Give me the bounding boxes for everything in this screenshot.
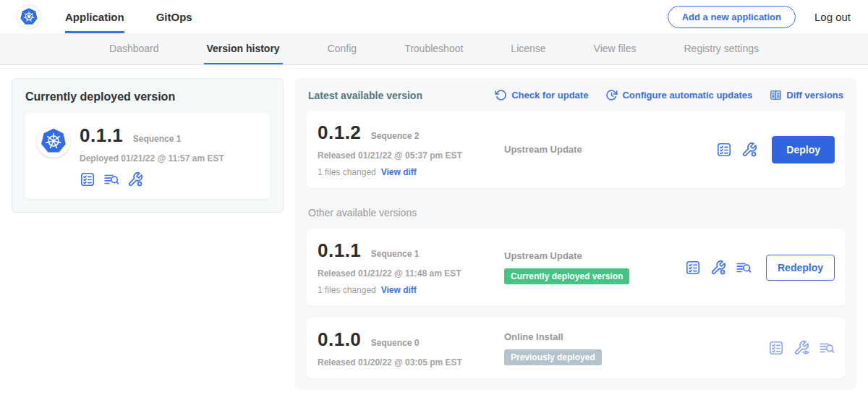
version-row-0-1-1: 0.1.1 Sequence 1 Released 01/21/22 @ 11:… [307, 229, 845, 306]
sequence-label: Sequence 0 [371, 338, 420, 348]
version-source: Online Install [504, 331, 768, 342]
version-source: Upstream Update [504, 250, 685, 261]
check-for-update-label: Check for update [511, 90, 588, 101]
currently-deployed-badge: Currently deployed version [504, 268, 629, 284]
diff-versions-label: Diff versions [786, 90, 843, 101]
version-row-0-1-0: 0.1.0 Sequence 0 Released 01/20/22 @ 03:… [307, 318, 845, 378]
edit-config-icon[interactable] [127, 171, 143, 187]
latest-version-title: Latest available version [308, 90, 422, 101]
view-diff-link[interactable]: View diff [381, 167, 417, 177]
configure-automatic-updates-link[interactable]: Configure automatic updates [605, 89, 752, 101]
files-changed-label: 1 files changed [318, 285, 376, 295]
tab-config[interactable]: Config [325, 33, 359, 64]
released-date: Released 01/21/22 @ 11:48 am EST [318, 268, 504, 279]
kubernetes-logo-icon [17, 5, 41, 28]
refresh-icon [495, 89, 507, 101]
released-date: Released 01/21/22 @ 05:37 pm EST [318, 150, 504, 161]
version-number: 0.1.2 [318, 122, 361, 143]
release-notes-icon[interactable] [80, 171, 95, 187]
release-notes-icon[interactable] [716, 142, 732, 158]
tab-application[interactable]: Application [65, 0, 124, 33]
other-versions-title: Other available versions [308, 207, 843, 218]
deployed-version-number: 0.1.1 [80, 124, 123, 146]
configure-updates-label: Configure automatic updates [622, 90, 752, 101]
deploy-button[interactable]: Deploy [772, 136, 835, 163]
version-history-panel: Latest available version Check for updat… [295, 78, 856, 390]
view-diff-link[interactable]: View diff [381, 285, 417, 295]
files-changed-label: 1 files changed [318, 167, 376, 177]
logout-button[interactable]: Log out [814, 11, 851, 23]
diff-icon [770, 89, 782, 101]
tab-troubleshoot[interactable]: Troubleshoot [401, 33, 466, 64]
released-date: Released 01/20/22 @ 03:05 pm EST [318, 357, 504, 367]
edit-config-icon[interactable] [710, 260, 726, 276]
app-subnav: Dashboard Version history Config Trouble… [0, 33, 868, 65]
sequence-label: Sequence 1 [371, 249, 420, 259]
edit-config-icon[interactable] [741, 142, 757, 158]
tab-gitops[interactable]: GitOps [156, 0, 192, 33]
version-source: Upstream Update [504, 144, 716, 155]
version-row-0-1-2: 0.1.2 Sequence 2 Released 01/21/22 @ 05:… [307, 111, 845, 188]
sequence-label: Sequence 2 [371, 131, 420, 141]
app-header: Application GitOps Add a new application… [0, 0, 868, 33]
tab-version-history[interactable]: Version history [204, 33, 283, 64]
version-number: 0.1.0 [318, 328, 361, 350]
deployed-date: Deployed 01/21/22 @ 11:57 am EST [80, 153, 224, 163]
previously-deployed-badge: Previously deployed [504, 349, 602, 365]
view-config-icon[interactable] [793, 340, 809, 356]
deployed-card-title: Currently deployed version [25, 90, 270, 103]
diff-versions-link[interactable]: Diff versions [770, 89, 843, 101]
release-notes-icon[interactable] [768, 340, 784, 356]
app-logo-icon [37, 124, 70, 158]
redeploy-button[interactable]: Redeploy [766, 255, 835, 281]
file-diff-icon[interactable] [736, 260, 752, 276]
deployed-sequence-label: Sequence 1 [133, 134, 182, 144]
check-for-update-link[interactable]: Check for update [495, 89, 588, 101]
file-diff-icon[interactable] [819, 340, 835, 356]
add-application-button[interactable]: Add a new application [668, 6, 796, 28]
tab-dashboard[interactable]: Dashboard [106, 33, 162, 64]
release-notes-icon[interactable] [685, 260, 701, 276]
tab-license[interactable]: License [508, 33, 548, 64]
currently-deployed-card: Currently deployed version 0.1.1 Sequenc… [12, 78, 284, 213]
file-diff-icon[interactable] [103, 171, 119, 187]
version-number: 0.1.1 [318, 239, 361, 261]
schedule-update-icon [605, 89, 618, 101]
tab-view-files[interactable]: View files [591, 33, 639, 64]
tab-registry-settings[interactable]: Registry settings [681, 33, 762, 64]
